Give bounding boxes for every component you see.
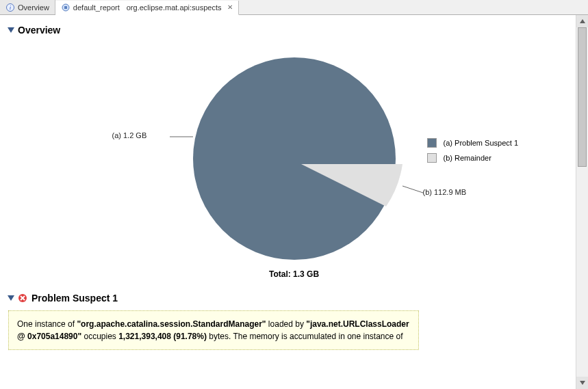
legend-label-a: (a) Problem Suspect 1 — [444, 139, 518, 147]
report-icon — [61, 3, 71, 12]
scrollbar-track[interactable] — [576, 27, 588, 377]
tab-default-report-label: default_report — [73, 3, 120, 12]
pie-label-a: (a) 1.2 GB — [112, 131, 147, 139]
chevron-down-icon — [8, 27, 14, 33]
problem-class: "org.apache.catalina.session.StandardMan… — [77, 319, 266, 329]
problem-size: 1,321,393,408 (91.78%) — [118, 332, 207, 341]
content-area: Overview (a) 1.2 GB (b) 112.9 MB Total: … — [0, 15, 588, 389]
problem-section-header[interactable]: Problem Suspect 1 — [8, 293, 580, 304]
legend-label-b: (b) Remainder — [444, 154, 491, 162]
tab-suspects-label: org.eclipse.mat.api:suspects — [127, 3, 222, 12]
tab-bar: i Overview default_report org.eclipse.ma… — [0, 0, 588, 15]
info-icon: i — [5, 3, 15, 12]
legend-swatch-b — [427, 153, 437, 163]
scroll-down-button[interactable] — [576, 377, 588, 389]
vertical-scrollbar[interactable] — [576, 15, 588, 389]
scroll-up-button[interactable] — [576, 15, 588, 27]
overview-heading: Overview — [18, 25, 60, 36]
chevron-up-icon — [580, 19, 585, 23]
chevron-down-icon — [580, 381, 585, 385]
problem-text: bytes. The memory is accumulated in one … — [207, 332, 403, 341]
chevron-down-icon — [8, 295, 14, 301]
pie-container: (a) 1.2 GB (b) 112.9 MB Total: 1.3 GB — [116, 49, 472, 282]
svg-line-6 — [402, 186, 423, 193]
legend-item-a: (a) Problem Suspect 1 — [427, 138, 518, 148]
pie-total: Total: 1.3 GB — [116, 269, 472, 279]
pie-legend: (a) Problem Suspect 1 (b) Remainder — [427, 138, 518, 168]
tab-overview-label: Overview — [18, 3, 49, 12]
problem-description: One instance of "org.apache.catalina.ses… — [8, 310, 419, 350]
problem-heading: Problem Suspect 1 — [31, 293, 118, 304]
tab-default-report[interactable]: default_report org.eclipse.mat.api:suspe… — [55, 1, 239, 15]
svg-point-4 — [193, 57, 396, 260]
tab-overview[interactable]: i Overview — [0, 0, 55, 14]
overview-chart: (a) 1.2 GB (b) 112.9 MB Total: 1.3 GB (a… — [8, 42, 580, 289]
error-icon — [18, 293, 27, 303]
pie-chart — [116, 49, 472, 268]
problem-text: loaded by — [266, 319, 307, 329]
problem-text: One instance of — [17, 319, 77, 329]
scrollbar-thumb[interactable] — [578, 27, 587, 167]
overview-section-header[interactable]: Overview — [8, 25, 580, 36]
legend-item-b: (b) Remainder — [427, 153, 518, 163]
problem-text: occupies — [81, 332, 118, 341]
pie-label-b: (b) 112.9 MB — [423, 188, 467, 196]
legend-swatch-a — [427, 138, 437, 148]
close-icon[interactable]: ✕ — [227, 3, 233, 11]
svg-rect-3 — [64, 6, 67, 9]
